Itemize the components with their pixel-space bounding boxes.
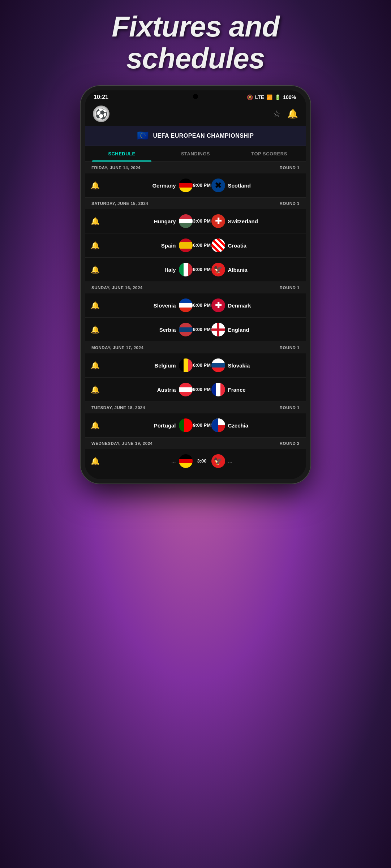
team-away: 🦅 Albania: [211, 263, 301, 276]
match-time: 3:00: [193, 458, 211, 464]
camera-hole: [193, 94, 198, 99]
match-info: Hungary 3:00 PM ✚ Switzerland: [103, 214, 300, 228]
match-info: Spain 6:00 PM Croatia: [103, 239, 300, 252]
league-header: 🇪🇺 UEFA EUROPEAN CHAMPIONSHIP: [85, 126, 306, 146]
round-label-0: ROUND 1: [280, 166, 300, 170]
flag-spain: [179, 239, 193, 252]
flag-partial-home: [179, 454, 193, 468]
league-flag: 🇪🇺: [137, 130, 149, 141]
bell-icon[interactable]: 🔔: [91, 385, 100, 394]
round-label-4: ROUND 1: [280, 405, 300, 410]
date-label-5: WEDNESDAY, JUNE 19, 2024: [91, 441, 152, 446]
svg-rect-2: [211, 328, 225, 331]
date-label-2: SUNDAY, JUNE 16, 2024: [91, 285, 143, 290]
team-away: ✖ Scotland: [211, 179, 301, 192]
team-away: ✚ Switzerland: [211, 214, 301, 228]
bell-icon[interactable]: 🔔: [91, 301, 100, 310]
favorite-icon[interactable]: ☆: [273, 109, 281, 119]
bell-icon[interactable]: 🔔: [91, 265, 100, 274]
team-home: Slovenia: [103, 298, 193, 312]
date-label-0: FRIDAY, JUNE 14, 2024: [91, 166, 141, 170]
match-time: 9:00 PM: [193, 387, 211, 393]
team-away: Slovakia: [211, 358, 301, 372]
tab-standings[interactable]: STANDINGS: [159, 146, 232, 162]
team-home: Germany: [103, 179, 193, 192]
match-info: Italy 9:00 PM 🦅 Albania: [103, 263, 300, 276]
match-time: 9:00 PM: [193, 327, 211, 333]
match-info: Belgium 6:00 PM Slovakia: [103, 358, 300, 372]
flag-slovenia: [179, 298, 193, 312]
flag-switzerland: ✚: [211, 214, 225, 228]
round-label-1: ROUND 1: [280, 201, 300, 206]
flag-germany: [179, 179, 193, 192]
bell-icon[interactable]: 🔔: [91, 361, 100, 370]
match-info: Germany 9:00 PM ✖ Scotland: [103, 179, 300, 192]
match-info: ... 3:00 🦅 ...: [103, 454, 300, 468]
round-label-5: ROUND 2: [280, 441, 300, 446]
phone-screen: 10:21 🔕 LTE 📶 🔋 100% ⚽ ☆ 🔔 🇪🇺 UEFA EUROP…: [85, 90, 306, 479]
round-label-2: ROUND 1: [280, 285, 300, 290]
date-group-4: TUESDAY, JUNE 18, 2024 ROUND 1: [85, 402, 306, 413]
tabs-bar: SCHEDULE STANDINGS TOP SCORERS: [85, 146, 306, 162]
date-group-1: SATURDAY, JUNE 15, 2024 ROUND 1: [85, 198, 306, 209]
team-away: Czechia: [211, 418, 301, 432]
team-home: Spain: [103, 239, 193, 252]
app-logo: ⚽: [93, 106, 109, 122]
match-info: Portugal 9:00 PM Czechia: [103, 418, 300, 432]
match-time: 9:00 PM: [193, 182, 211, 189]
flag-england: [211, 323, 225, 336]
tab-top-scorers[interactable]: TOP SCORERS: [232, 146, 306, 162]
match-time: 3:00 PM: [193, 218, 211, 224]
round-label-3: ROUND 1: [280, 345, 300, 350]
match-row: 🔔 Germany 9:00 PM ✖ Scotland: [85, 173, 306, 198]
date-label-1: SATURDAY, JUNE 15, 2024: [91, 201, 148, 206]
bell-icon[interactable]: 🔔: [91, 325, 100, 334]
match-time: 6:00 PM: [193, 362, 211, 369]
status-time: 10:21: [94, 94, 108, 100]
flag-slovakia: [211, 358, 225, 372]
match-row: 🔔 Portugal 9:00 PM: [85, 413, 306, 438]
bell-icon[interactable]: 🔔: [91, 217, 100, 225]
flag-scotland: ✖: [211, 179, 225, 192]
match-row: 🔔 Italy 9:00 PM 🦅 Albania: [85, 258, 306, 282]
team-away: Croatia: [211, 239, 301, 252]
notification-icon[interactable]: 🔔: [287, 109, 298, 119]
bell-icon[interactable]: 🔔: [91, 241, 100, 250]
team-home: ...: [103, 454, 193, 468]
battery-level: 100%: [283, 94, 296, 100]
team-away: ✚ Denmark: [211, 298, 301, 312]
flag-albania: 🦅: [211, 263, 225, 276]
page-title: Fixtures and schedules: [112, 11, 279, 74]
battery-icon: 🔋: [275, 94, 281, 100]
bell-icon[interactable]: 🔔: [91, 181, 100, 190]
flag-austria: [179, 383, 193, 396]
team-home: Portugal: [103, 418, 193, 432]
flag-czechia: [211, 418, 225, 432]
mute-icon: 🔕: [247, 94, 253, 100]
match-row: 🔔 Spain 6:00 PM Croatia: [85, 233, 306, 258]
match-info: Serbia 9:00 PM England: [103, 323, 300, 336]
date-label-4: TUESDAY, JUNE 18, 2024: [91, 405, 145, 410]
date-group-3: MONDAY, JUNE 17, 2024 ROUND 1: [85, 342, 306, 353]
tab-schedule[interactable]: SCHEDULE: [85, 146, 159, 162]
date-group-0: FRIDAY, JUNE 14, 2024 ROUND 1: [85, 162, 306, 173]
bell-icon[interactable]: 🔔: [91, 457, 100, 465]
team-home: Italy: [103, 263, 193, 276]
match-time: 6:00 PM: [193, 302, 211, 309]
flag-serbia: [179, 323, 193, 336]
league-name: UEFA EUROPEAN CHAMPIONSHIP: [153, 133, 254, 139]
signal-icon: 📶: [266, 94, 272, 100]
flag-partial-away: 🦅: [211, 454, 225, 468]
flag-hungary: [179, 214, 193, 228]
header-actions: ☆ 🔔: [273, 109, 298, 119]
match-time: 9:00 PM: [193, 267, 211, 273]
flag-denmark: ✚: [211, 298, 225, 312]
match-row: 🔔 Serbia 9:00 PM England: [85, 318, 306, 342]
team-away: France: [211, 383, 301, 396]
date-label-3: MONDAY, JUNE 17, 2024: [91, 345, 143, 350]
match-row: 🔔 Hungary 3:00 PM ✚ Switzerland: [85, 209, 306, 233]
team-home: Hungary: [103, 214, 193, 228]
schedule-content: FRIDAY, JUNE 14, 2024 ROUND 1 🔔 Germany …: [85, 162, 306, 479]
match-info: Slovenia 6:00 PM ✚ Denmark: [103, 298, 300, 312]
bell-icon[interactable]: 🔔: [91, 421, 100, 430]
